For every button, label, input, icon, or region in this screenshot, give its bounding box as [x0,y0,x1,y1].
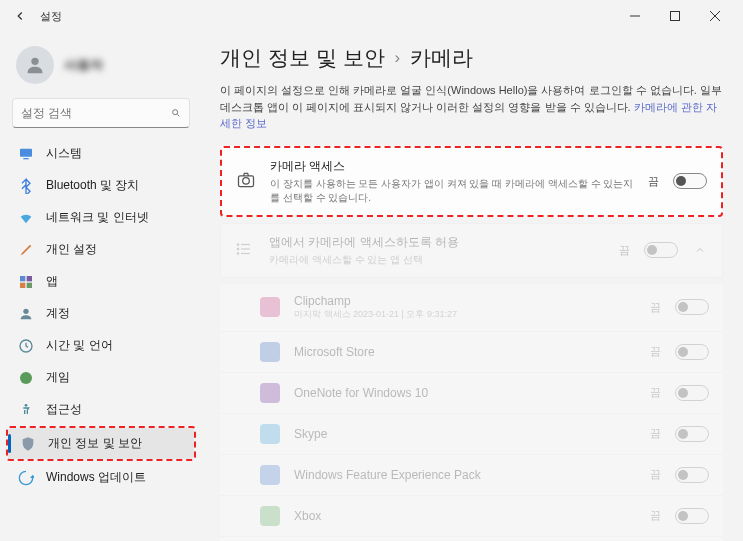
sidebar-item-accessibility[interactable]: 접근성 [6,394,196,425]
app-name: Xbox [294,509,636,523]
avatar [16,46,54,84]
sidebar-item-apps[interactable]: 앱 [6,266,196,297]
sidebar-item-label: 시스템 [46,145,82,162]
svg-line-6 [177,114,179,116]
app-toggle[interactable] [675,385,709,401]
app-name: Skype [294,427,636,441]
list-icon [235,240,255,261]
app-name: Microsoft Store [294,345,636,359]
sidebar-item-system[interactable]: 시스템 [6,138,196,169]
app-row[interactable]: Skype 끔 [220,414,723,455]
chevron-right-icon: › [395,48,401,68]
wifi-icon [18,210,34,226]
svg-point-5 [173,110,178,115]
sidebar-item-label: 게임 [46,369,70,386]
person-icon [24,54,46,76]
toggle-state: 끔 [650,508,661,523]
svg-rect-10 [27,276,32,281]
app-row[interactable]: Microsoft Store 끔 [220,332,723,373]
app-icon [260,297,280,317]
app-toggle[interactable] [675,299,709,315]
sidebar-item-label: 시간 및 언어 [46,337,113,354]
sidebar-item-label: 계정 [46,305,70,322]
sidebar-item-time[interactable]: 시간 및 언어 [6,330,196,361]
chevron-up-icon[interactable] [692,242,708,258]
shield-icon [20,436,36,452]
app-icon [260,383,280,403]
accounts-icon [18,306,34,322]
app-access-toggle[interactable] [644,242,678,258]
sidebar-item-privacy[interactable]: 개인 정보 및 보안 [8,428,194,459]
svg-rect-12 [27,282,32,287]
svg-rect-1 [671,12,680,21]
setting-title: 앱에서 카메라에 액세스하도록 허용 [269,234,605,251]
sidebar-item-gaming[interactable]: 게임 [6,362,196,393]
sidebar-item-bluetooth[interactable]: Bluetooth 및 장치 [6,170,196,201]
paintbrush-icon [18,242,34,258]
sidebar-item-personalize[interactable]: 개인 설정 [6,234,196,265]
maximize-icon [670,11,680,21]
svg-point-13 [23,308,28,313]
setting-subtitle: 카메라에 액세스할 수 있는 앱 선택 [269,253,605,267]
app-row[interactable]: Clipchamp 마지막 액세스 2023-01-21 | 오후 9:31:2… [220,284,723,332]
apps-icon [18,274,34,290]
toggle-state: 끔 [648,174,659,189]
sidebar-item-update[interactable]: Windows 업데이트 [6,462,196,493]
app-icon [260,424,280,444]
sidebar-item-network[interactable]: 네트워크 및 인터넷 [6,202,196,233]
close-button[interactable] [695,0,735,32]
svg-rect-7 [20,148,32,156]
camera-access-toggle[interactable] [673,173,707,189]
toggle-state: 끔 [650,426,661,441]
sidebar-item-accounts[interactable]: 계정 [6,298,196,329]
accessibility-icon [18,402,34,418]
back-button[interactable] [8,4,32,28]
user-profile[interactable]: 사용자 [6,40,196,98]
minimize-button[interactable] [615,0,655,32]
app-row[interactable]: Xbox Game Bar 끔 [220,537,723,542]
clock-icon [18,338,34,354]
sidebar-item-label: 앱 [46,273,58,290]
svg-rect-9 [20,276,25,281]
camera-icon [236,170,256,193]
sidebar-item-label: Windows 업데이트 [46,469,146,486]
toggle-state: 끔 [619,243,630,258]
toggle-state: 끔 [650,300,661,315]
app-toggle[interactable] [675,467,709,483]
close-icon [710,11,720,21]
app-name: Clipchamp [294,294,636,308]
setting-subtitle: 이 장치를 사용하는 모든 사용자가 앱이 켜져 있을 때 카메라에 액세스할 … [270,177,634,205]
breadcrumb-current: 카메라 [410,44,473,72]
toggle-state: 끔 [650,344,661,359]
sidebar-item-label: 접근성 [46,401,82,418]
app-row[interactable]: Windows Feature Experience Pack 끔 [220,455,723,496]
app-name: Windows Feature Experience Pack [294,468,636,482]
app-subtitle: 마지막 액세스 2023-01-21 | 오후 9:31:27 [294,308,636,321]
app-access-card[interactable]: 앱에서 카메라에 액세스하도록 허용 카메라에 액세스할 수 있는 앱 선택 끔 [220,223,723,278]
setting-title: 카메라 액세스 [270,158,634,175]
svg-rect-11 [20,282,25,287]
toggle-state: 끔 [650,467,661,482]
app-row[interactable]: Xbox 끔 [220,496,723,537]
update-icon [18,470,34,486]
app-toggle[interactable] [675,426,709,442]
sidebar-item-label: Bluetooth 및 장치 [46,177,139,194]
app-icon [260,506,280,526]
app-toggle[interactable] [675,344,709,360]
svg-point-4 [31,58,38,65]
page-description: 이 페이지의 설정으로 인해 카메라로 얼굴 인식(Windows Hello)… [220,82,723,132]
toggle-state: 끔 [650,385,661,400]
user-name: 사용자 [64,56,103,74]
search-box[interactable] [12,98,190,128]
breadcrumb-parent[interactable]: 개인 정보 및 보안 [220,44,385,72]
maximize-button[interactable] [655,0,695,32]
svg-point-22 [237,243,239,245]
system-icon [18,146,34,162]
search-input[interactable] [21,106,171,120]
svg-point-24 [237,252,239,254]
camera-access-card[interactable]: 카메라 액세스 이 장치를 사용하는 모든 사용자가 앱이 켜져 있을 때 카메… [220,146,723,217]
sidebar-item-label: 네트워크 및 인터넷 [46,209,149,226]
app-row[interactable]: OneNote for Windows 10 끔 [220,373,723,414]
svg-point-18 [243,177,250,184]
app-toggle[interactable] [675,508,709,524]
